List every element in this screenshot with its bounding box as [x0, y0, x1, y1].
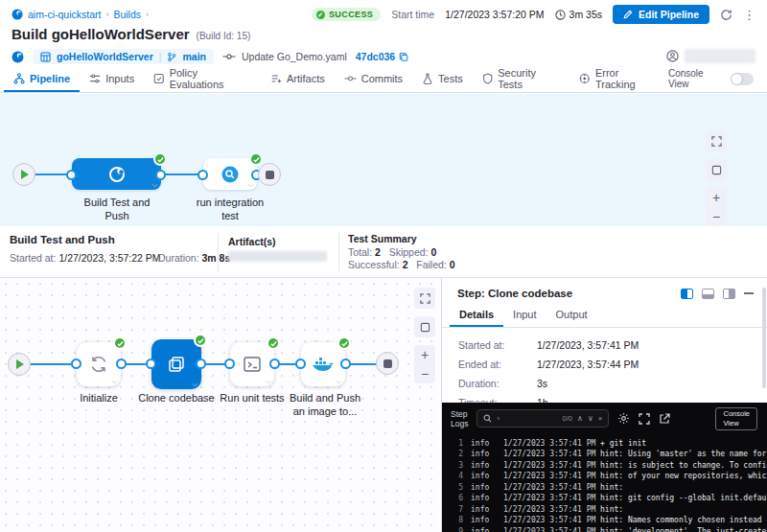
step-port — [196, 359, 206, 369]
step-port — [340, 359, 351, 369]
stage-label[interactable]: Build Test and Push — [76, 196, 158, 223]
stage-start-node[interactable] — [8, 353, 31, 376]
harness-ci-icon — [12, 51, 24, 63]
log-line: 3info1/27/2023 3:57:41 PMhint: is subjec… — [450, 460, 767, 472]
repository-icon — [40, 52, 51, 62]
status-badge: ✓ SUCCESS — [312, 8, 381, 21]
pipeline-end-node[interactable] — [258, 163, 281, 186]
breadcrumb-separator: › — [146, 10, 149, 19]
layout-dock-right-button[interactable] — [723, 289, 735, 299]
log-search-box[interactable]: › 0/0 ∧ ∨ × — [476, 409, 609, 428]
log-line: 4info1/27/2023 3:57:41 PMhint: of your n… — [450, 471, 767, 482]
commit-icon — [222, 52, 236, 61]
repo-branch-pill[interactable]: goHelloWorldServer | main — [33, 49, 214, 64]
step-detail-rows: Started at: 1/27/2023, 3:57:41 PM Ended … — [442, 328, 767, 408]
stage-in-port — [198, 170, 208, 180]
tests-icon — [422, 73, 433, 84]
stop-icon — [266, 171, 274, 179]
search-prev-icon[interactable]: ∧ — [577, 414, 583, 423]
log-open-external-button[interactable] — [659, 413, 670, 425]
step-node-build-and-push[interactable] — [301, 342, 345, 386]
tab-pipeline[interactable]: Pipeline — [4, 65, 80, 92]
more-options-button[interactable]: ⋮ — [743, 9, 755, 21]
step-label[interactable]: Initialize — [60, 391, 137, 405]
refresh-button[interactable] — [720, 9, 732, 21]
step-label[interactable]: Build and Push an image to... — [277, 391, 373, 419]
log-line: 2info1/27/2023 3:57:41 PMhint: Using 'ma… — [450, 449, 767, 460]
fit-to-view-button[interactable] — [706, 159, 727, 180]
test-summary-title: Test Summary — [348, 233, 417, 244]
integration-test-stage-icon — [221, 165, 240, 184]
detail-row-ended: Ended at: 1/27/2023, 3:57:44 PM — [458, 359, 767, 370]
tab-tests[interactable]: Tests — [412, 65, 473, 92]
step-port — [116, 359, 127, 369]
tab-error-tracking[interactable]: Error Tracking — [569, 65, 667, 92]
artifact-link-redacted[interactable] — [228, 251, 327, 262]
search-close-icon[interactable]: × — [598, 414, 603, 423]
log-settings-button[interactable] — [617, 412, 630, 425]
step-node-run-unit-tests[interactable] — [230, 342, 274, 386]
tab-output[interactable]: Output — [546, 306, 597, 327]
search-icon — [483, 414, 492, 423]
panel-scrollbar[interactable] — [762, 288, 766, 388]
log-lines[interactable]: 1info1/27/2023 3:57:41 PM+ git init 2inf… — [442, 433, 767, 532]
security-tests-icon — [482, 73, 493, 84]
tab-security-tests[interactable]: Security Tests — [473, 65, 570, 92]
build-id: (Build Id: 15) — [197, 31, 251, 41]
zoom-out-button[interactable]: − — [706, 207, 727, 226]
stage-node-build-test-and-push[interactable] — [72, 158, 161, 190]
breadcrumb-separator: › — [105, 10, 108, 19]
log-line: 5info1/27/2023 3:57:41 PMhint: — [450, 482, 767, 494]
fit-to-view-button[interactable] — [414, 316, 435, 337]
zoom-out-button[interactable]: − — [414, 364, 435, 383]
tab-input[interactable]: Input — [503, 306, 546, 327]
search-caret: › — [497, 414, 500, 423]
artifacts-icon — [270, 73, 282, 84]
fit-view-icon — [420, 322, 430, 333]
stage-node-run-integration-test[interactable] — [203, 158, 257, 190]
stage-graph-canvas[interactable]: Build Test and Push run integration test… — [0, 94, 767, 226]
step-logs-console: Step Logs › 0/0 ∧ ∨ × Console View — [442, 403, 767, 532]
zoom-in-button[interactable]: + — [706, 188, 727, 207]
stage-label[interactable]: run integration test — [188, 196, 272, 223]
layout-split-view-button[interactable] — [681, 289, 693, 299]
tab-artifacts[interactable]: Artifacts — [261, 65, 335, 92]
layout-dock-bottom-button[interactable] — [702, 289, 714, 299]
clone-codebase-icon — [165, 353, 188, 376]
breadcrumb-project[interactable]: aim-ci-quickstart — [28, 9, 101, 20]
zoom-in-button[interactable]: + — [414, 345, 435, 364]
log-fullscreen-button[interactable] — [639, 413, 650, 425]
breadcrumb-builds[interactable]: Builds — [113, 9, 141, 20]
test-summary-line1: Total: 2 Skipped: 0 — [348, 246, 436, 258]
console-view-switch[interactable] — [731, 73, 754, 85]
commit-sha[interactable]: 47dc036 — [356, 51, 408, 62]
minimize-panel-button[interactable] — [744, 292, 754, 294]
clock-icon — [555, 10, 566, 20]
search-next-icon[interactable]: ∨ — [588, 414, 593, 423]
fullscreen-button[interactable] — [706, 130, 727, 151]
details-divider — [338, 233, 339, 271]
step-panel-title: Step: Clone codebase — [457, 288, 572, 299]
step-node-initialize[interactable] — [77, 342, 121, 386]
play-icon — [16, 359, 24, 369]
conditional-execution-icon — [111, 380, 118, 384]
tab-policy-evaluations[interactable]: Policy Evaluations — [144, 65, 261, 92]
fullscreen-button[interactable] — [414, 288, 435, 309]
tab-commits[interactable]: Commits — [335, 65, 412, 92]
stage-end-node[interactable] — [376, 352, 399, 375]
console-view-toggle-group: Console View — [668, 65, 763, 92]
page-title: Build goHelloWorldServer — [12, 26, 190, 42]
conditional-execution-icon — [151, 183, 158, 188]
step-node-clone-codebase[interactable] — [151, 339, 201, 389]
detail-row-started: Started at: 1/27/2023, 3:57:41 PM — [458, 339, 767, 351]
step-panel-tabs: Details Input Output — [442, 306, 767, 328]
step-graph-canvas[interactable]: Initialize Clone codebase Run unit tests — [0, 278, 442, 532]
edit-pipeline-button[interactable]: Edit Pipeline — [613, 5, 709, 24]
tab-details[interactable]: Details — [450, 306, 503, 327]
pipeline-start-node[interactable] — [12, 163, 35, 186]
copy-icon[interactable] — [399, 52, 408, 62]
tab-inputs[interactable]: Inputs — [80, 65, 144, 92]
commits-icon — [344, 74, 357, 83]
success-check-badge — [249, 152, 263, 166]
console-view-button[interactable]: Console View — [715, 407, 757, 430]
